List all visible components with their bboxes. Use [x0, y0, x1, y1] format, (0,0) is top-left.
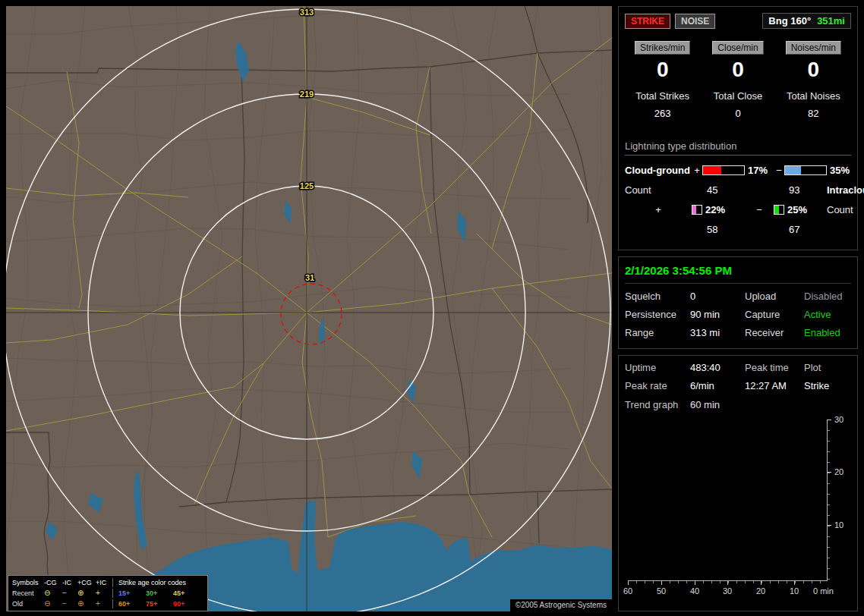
- peak-time-label: Peak time: [745, 362, 804, 373]
- bearing-distance: 351mi: [817, 15, 845, 27]
- datetime-display: 2/1/2026 3:54:56 PM: [625, 263, 851, 284]
- y-tick-30: 30: [834, 415, 844, 424]
- uptime-label: Uptime: [625, 362, 690, 373]
- peak-rate-label: Peak rate: [625, 380, 690, 391]
- age-60: 60+: [118, 599, 146, 609]
- cg-count-label: Count: [625, 184, 692, 196]
- cg-negative-bar: [784, 165, 827, 175]
- cloud-ground-label: Cloud-ground: [625, 165, 692, 176]
- squelch-value: 0: [690, 291, 745, 302]
- close-per-min-label: Close/min: [712, 41, 763, 55]
- bar-fill: [692, 206, 696, 214]
- legend-divider: [112, 589, 118, 598]
- x-tick-30: 30: [723, 586, 732, 596]
- x-tick-40: 40: [690, 586, 699, 596]
- total-noises-value: 82: [776, 108, 851, 119]
- legend-divider: [112, 578, 118, 587]
- x-tick-mark: [794, 581, 795, 585]
- pos-ic-old-icon: +: [96, 599, 112, 609]
- cg-positive-count: 45: [702, 184, 745, 196]
- strike-toggle-button[interactable]: STRIKE: [625, 14, 670, 29]
- x-tick-mark: [761, 581, 762, 585]
- legend-col-pos-ic: +IC: [96, 577, 112, 588]
- close-per-min-value: 0: [700, 58, 775, 81]
- trend-window-value: 60 min: [690, 399, 851, 410]
- x-tick-60: 60: [623, 586, 632, 596]
- noise-toggle-button[interactable]: NOISE: [675, 14, 715, 29]
- trend-graph: 60 50 40 30 20 10 0 min 30 20 10: [625, 416, 851, 603]
- origin-label: 0 min: [813, 586, 834, 596]
- ring-label-31: 31: [305, 273, 314, 282]
- ic-negative-pct: 25%: [784, 204, 827, 215]
- y-minor-ticks: [828, 420, 830, 580]
- close-per-min: Close/min 0: [700, 41, 775, 81]
- plot-value: Strike: [804, 380, 851, 391]
- ic-negative-count: 67: [784, 224, 827, 235]
- ic-positive-pct: 22%: [702, 204, 745, 215]
- neg-ic-recent-icon: −: [62, 588, 77, 599]
- total-close-value: 0: [700, 108, 775, 119]
- strikes-per-min-value: 0: [625, 58, 700, 81]
- y-tick-mark: [828, 525, 831, 526]
- plot-label: Plot: [804, 362, 851, 373]
- cg-negative-count: 93: [784, 184, 827, 196]
- trend-graph-axes: [628, 420, 828, 581]
- pos-ic-recent-icon: +: [96, 588, 112, 599]
- range-label: Range: [625, 327, 690, 338]
- x-tick-50: 50: [657, 586, 666, 596]
- copyright-text: ©2005 Astrogenic Systems: [510, 599, 612, 611]
- stats-section: STRIKE NOISE Bng 160°351mi Strikes/min 0…: [618, 6, 858, 250]
- trend-section: Uptime 483:40 Peak time Plot Peak rate 6…: [618, 355, 858, 611]
- nexstorm-app: 313 219 125 31 Symbols -CG -IC +CG +IC S…: [0, 0, 864, 616]
- age-15: 15+: [118, 588, 146, 599]
- x-tick-mark: [727, 581, 728, 585]
- ic-count-label: Count: [827, 204, 851, 215]
- persistence-value: 90 min: [690, 309, 745, 320]
- age-30: 30+: [146, 588, 173, 599]
- legend-col-neg-ic: -IC: [62, 577, 77, 588]
- cg-negative-pct: 35%: [827, 165, 851, 176]
- receiver-status: Enabled: [804, 327, 851, 338]
- bar-fill: [774, 206, 779, 214]
- capture-status: Active: [804, 309, 851, 320]
- minus-sign: −: [745, 204, 774, 215]
- total-strikes-label: Total Strikes: [625, 90, 700, 102]
- noises-per-min: Noises/min 0: [776, 41, 851, 81]
- y-tick-10: 10: [834, 520, 844, 530]
- total-noises-label: Total Noises: [776, 90, 851, 102]
- persistence-label: Persistence: [625, 309, 690, 320]
- legend-age-title: Strike age color codes: [118, 577, 203, 588]
- squelch-label: Squelch: [625, 291, 690, 302]
- upload-status: Disabled: [804, 291, 851, 302]
- total-strikes-value: 263: [625, 108, 700, 119]
- map-image: 313 219 125 31: [6, 6, 612, 611]
- legend-symbols-title: Symbols: [12, 577, 44, 588]
- map-legend: Symbols -CG -IC +CG +IC Strike age color…: [8, 575, 208, 611]
- map-canvas[interactable]: 313 219 125 31 Symbols -CG -IC +CG +IC S…: [6, 6, 612, 611]
- ic-positive-bar: [692, 205, 702, 215]
- age-90: 90+: [173, 599, 203, 609]
- legend-old-label: Old: [12, 599, 44, 609]
- uptime-value: 483:40: [690, 362, 745, 373]
- age-75: 75+: [146, 599, 173, 609]
- legend-recent-label: Recent: [12, 588, 44, 599]
- total-close-label: Total Close: [700, 90, 775, 102]
- neg-cg-old-icon: ⊖: [44, 599, 62, 609]
- x-tick-mark: [628, 581, 629, 585]
- x-tick-mark: [695, 581, 695, 585]
- plus-sign: +: [625, 204, 692, 215]
- y-tick-20: 20: [834, 467, 844, 476]
- total-noises: Total Noises 82: [776, 90, 851, 119]
- bar-fill: [703, 166, 721, 174]
- x-tick-mark: [661, 581, 662, 585]
- strikes-per-min-label: Strikes/min: [635, 41, 690, 55]
- bar-fill: [785, 166, 801, 174]
- ring-label-125: 125: [300, 181, 314, 190]
- plus-sign: +: [692, 165, 702, 176]
- capture-label: Capture: [745, 309, 804, 320]
- neg-cg-recent-icon: ⊖: [44, 588, 62, 599]
- x-tick-10: 10: [790, 586, 799, 596]
- ic-negative-bar: [774, 205, 784, 215]
- y-tick-mark: [828, 472, 831, 473]
- ring-label-313: 313: [300, 8, 314, 17]
